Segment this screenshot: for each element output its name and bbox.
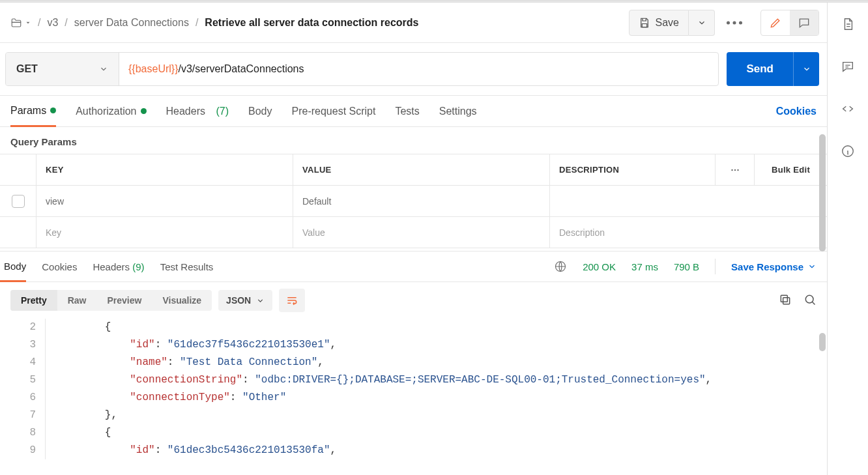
folder-button[interactable]: [10, 17, 31, 29]
page-title: Retrieve all server data connection reco…: [205, 17, 418, 29]
ellipsis-icon: [722, 10, 747, 35]
globe-icon[interactable]: [554, 260, 567, 273]
search-icon: [803, 293, 817, 306]
breadcrumb-sep: /: [65, 17, 67, 29]
chevron-down-icon: [99, 65, 108, 74]
ellipsis-icon: [729, 164, 741, 176]
param-value-input[interactable]: Value: [293, 217, 550, 248]
header-description: DESCRIPTION: [550, 154, 715, 185]
breadcrumb-sep: /: [195, 17, 198, 29]
svg-point-4: [734, 169, 735, 170]
bulk-edit-button[interactable]: Bulk Edit: [754, 154, 827, 185]
code-gutter: 23456789: [0, 319, 46, 459]
pencil-icon: [769, 16, 782, 29]
code-snippet-button[interactable]: [841, 102, 855, 118]
url-input[interactable]: {{baseUrl}}/v3/serverDataConnections: [119, 53, 718, 85]
breadcrumb-sep: /: [38, 17, 40, 29]
status-dot-icon: [50, 108, 56, 113]
body-format-select[interactable]: JSON: [218, 290, 272, 311]
url-variable: {{baseUrl}}: [128, 63, 179, 75]
send-button[interactable]: Send: [727, 52, 793, 86]
code-content: { "id": "61dec37f5436c221013530e1", "nam…: [46, 319, 712, 459]
tab-settings[interactable]: Settings: [439, 96, 477, 126]
tab-response-tests[interactable]: Test Results: [160, 252, 214, 281]
save-label: Save: [656, 17, 679, 29]
svg-point-9: [805, 295, 813, 303]
row-checkbox-cell[interactable]: [0, 186, 36, 216]
chevron-down-icon: [256, 296, 265, 305]
chevron-down-icon: [807, 262, 817, 271]
param-key[interactable]: view: [36, 186, 293, 216]
method-url-group: GET {{baseUrl}}/v3/serverDataConnections: [5, 52, 719, 86]
response-status: 200 OK: [583, 261, 616, 272]
scrollbar-thumb[interactable]: [819, 333, 826, 351]
svg-point-1: [732, 21, 736, 24]
comment-icon: [798, 16, 811, 29]
response-header-row: Body Cookies Headers (9) Test Results 20…: [0, 251, 827, 282]
save-icon: [639, 17, 650, 29]
info-button[interactable]: [841, 144, 855, 160]
seg-pretty[interactable]: Pretty: [10, 290, 57, 311]
tab-response-cookies[interactable]: Cookies: [42, 252, 77, 281]
url-path: /v3/serverDataConnections: [179, 63, 304, 75]
checkbox-icon: [12, 195, 25, 208]
save-dropdown-button[interactable]: [689, 10, 715, 36]
param-key-input[interactable]: Key: [36, 217, 293, 248]
section-title-query-params: Query Params: [0, 127, 827, 154]
more-actions-button[interactable]: [721, 10, 747, 36]
body-toolbar: Pretty Raw Preview Visualize JSON: [0, 282, 827, 319]
send-dropdown-button[interactable]: [793, 52, 819, 86]
status-dot-icon: [141, 108, 147, 114]
right-rail: [828, 3, 868, 475]
param-value[interactable]: Default: [293, 186, 550, 216]
method-select[interactable]: GET: [6, 53, 119, 85]
tab-params[interactable]: Params: [10, 96, 56, 127]
body-view-segments: Pretty Raw Preview Visualize: [10, 290, 212, 311]
table-row: view Default: [0, 186, 827, 217]
scrollbar-thumb[interactable]: [819, 134, 826, 252]
svg-point-0: [727, 21, 730, 24]
param-description-input[interactable]: Description: [550, 217, 827, 248]
folder-icon: [10, 17, 22, 29]
cookies-link[interactable]: Cookies: [776, 106, 817, 117]
seg-preview[interactable]: Preview: [96, 290, 152, 311]
header-row: / v3 / server Data Connections / Retriev…: [0, 3, 827, 43]
svg-rect-8: [781, 295, 787, 302]
tab-body[interactable]: Body: [248, 96, 272, 126]
wrap-icon: [285, 294, 298, 307]
copy-button[interactable]: [779, 293, 792, 308]
svg-point-2: [739, 21, 742, 24]
tab-headers[interactable]: Headers (7): [166, 96, 229, 126]
seg-visualize[interactable]: Visualize: [152, 290, 212, 311]
chevron-down-icon: [802, 65, 811, 74]
search-button[interactable]: [803, 293, 817, 308]
breadcrumb-seg[interactable]: server Data Connections: [74, 17, 189, 29]
comments-button[interactable]: [841, 59, 855, 76]
breadcrumb-seg[interactable]: v3: [47, 17, 58, 29]
url-row: GET {{baseUrl}}/v3/serverDataConnections…: [0, 43, 827, 96]
wrap-lines-button[interactable]: [279, 289, 305, 312]
request-tabs: Params Authorization Headers (7) Body Pr…: [0, 96, 827, 127]
tab-response-body[interactable]: Body: [0, 252, 26, 282]
tab-prerequest[interactable]: Pre-request Script: [291, 96, 375, 126]
code-icon: [841, 102, 855, 116]
param-description[interactable]: [550, 186, 827, 216]
chevron-down-icon: [697, 18, 706, 27]
response-code-area[interactable]: 23456789 { "id": "61dec37f5436c221013530…: [0, 319, 827, 462]
docs-button[interactable]: [841, 17, 855, 33]
svg-point-3: [731, 169, 732, 170]
tab-authorization[interactable]: Authorization: [76, 96, 146, 126]
response-size: 790 B: [674, 261, 699, 272]
tab-response-headers[interactable]: Headers (9): [93, 252, 144, 281]
view-toggle: [760, 10, 819, 36]
table-options-button[interactable]: [715, 154, 754, 185]
query-params-table: KEY VALUE DESCRIPTION Bulk Edit view Def…: [0, 154, 827, 248]
save-button[interactable]: Save: [629, 10, 689, 36]
tab-tests[interactable]: Tests: [395, 96, 419, 126]
comment-mode-toggle[interactable]: [790, 10, 818, 35]
edit-mode-toggle[interactable]: [761, 10, 790, 35]
save-response-button[interactable]: Save Response: [731, 261, 817, 272]
svg-point-5: [737, 169, 738, 170]
seg-raw[interactable]: Raw: [57, 290, 97, 311]
response-time: 37 ms: [631, 261, 658, 272]
